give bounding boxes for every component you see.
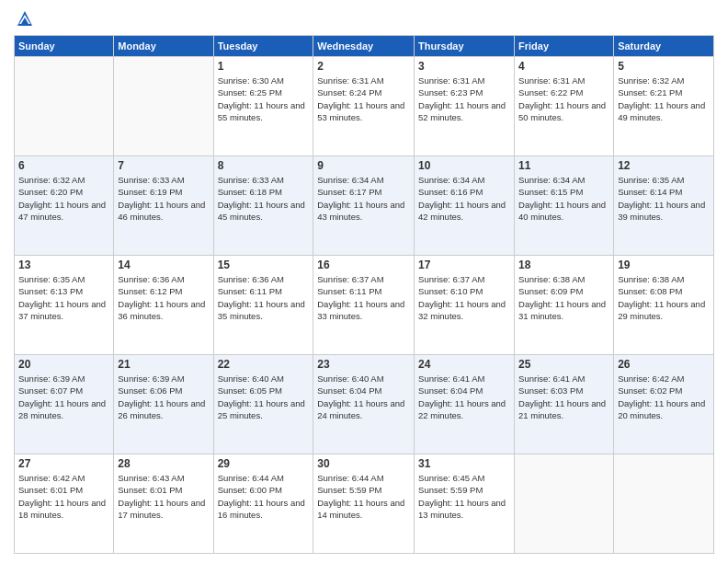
calendar-cell <box>515 454 614 554</box>
day-info: Sunrise: 6:39 AM Sunset: 6:07 PM Dayligh… <box>18 373 109 421</box>
week-row-4: 20Sunrise: 6:39 AM Sunset: 6:07 PM Dayli… <box>15 355 714 454</box>
day-number: 25 <box>518 358 609 371</box>
day-number: 30 <box>317 457 410 470</box>
calendar-cell: 1Sunrise: 6:30 AM Sunset: 6:25 PM Daylig… <box>213 57 313 156</box>
day-number: 27 <box>18 457 109 470</box>
day-info: Sunrise: 6:42 AM Sunset: 6:02 PM Dayligh… <box>618 373 710 421</box>
day-info: Sunrise: 6:45 AM Sunset: 5:59 PM Dayligh… <box>418 472 510 521</box>
calendar-cell: 31Sunrise: 6:45 AM Sunset: 5:59 PM Dayli… <box>415 454 515 554</box>
day-info: Sunrise: 6:35 AM Sunset: 6:13 PM Dayligh… <box>18 273 109 322</box>
day-number: 11 <box>518 159 609 172</box>
day-info: Sunrise: 6:43 AM Sunset: 6:01 PM Dayligh… <box>118 472 209 521</box>
calendar-cell: 2Sunrise: 6:31 AM Sunset: 6:24 PM Daylig… <box>313 57 415 156</box>
calendar-cell <box>614 454 714 554</box>
calendar-cell: 16Sunrise: 6:37 AM Sunset: 6:11 PM Dayli… <box>313 256 415 355</box>
week-row-2: 6Sunrise: 6:32 AM Sunset: 6:20 PM Daylig… <box>15 156 714 256</box>
week-row-3: 13Sunrise: 6:35 AM Sunset: 6:13 PM Dayli… <box>15 256 714 355</box>
day-number: 23 <box>317 358 410 371</box>
day-number: 17 <box>418 259 510 271</box>
day-info: Sunrise: 6:37 AM Sunset: 6:11 PM Dayligh… <box>317 273 410 322</box>
calendar-cell: 24Sunrise: 6:41 AM Sunset: 6:04 PM Dayli… <box>415 355 515 454</box>
day-number: 7 <box>118 159 209 172</box>
day-info: Sunrise: 6:31 AM Sunset: 6:23 PM Dayligh… <box>418 75 510 123</box>
calendar-cell: 6Sunrise: 6:32 AM Sunset: 6:20 PM Daylig… <box>15 156 114 256</box>
day-info: Sunrise: 6:41 AM Sunset: 6:04 PM Dayligh… <box>418 373 510 421</box>
day-number: 12 <box>618 159 710 172</box>
calendar-cell: 13Sunrise: 6:35 AM Sunset: 6:13 PM Dayli… <box>15 256 114 355</box>
day-info: Sunrise: 6:38 AM Sunset: 6:08 PM Dayligh… <box>618 273 710 322</box>
day-number: 8 <box>218 159 310 172</box>
day-info: Sunrise: 6:42 AM Sunset: 6:01 PM Dayligh… <box>18 472 109 521</box>
day-number: 16 <box>317 259 410 271</box>
calendar-cell: 19Sunrise: 6:38 AM Sunset: 6:08 PM Dayli… <box>614 256 714 355</box>
calendar-cell: 23Sunrise: 6:40 AM Sunset: 6:04 PM Dayli… <box>313 355 415 454</box>
day-info: Sunrise: 6:41 AM Sunset: 6:03 PM Dayligh… <box>518 373 609 421</box>
weekday-header-monday: Monday <box>114 36 213 57</box>
day-number: 24 <box>418 358 510 371</box>
day-number: 2 <box>317 60 410 73</box>
calendar-cell: 27Sunrise: 6:42 AM Sunset: 6:01 PM Dayli… <box>15 454 114 554</box>
logo-icon <box>16 9 34 28</box>
week-row-5: 27Sunrise: 6:42 AM Sunset: 6:01 PM Dayli… <box>15 454 714 554</box>
day-number: 14 <box>118 259 209 271</box>
calendar-table: SundayMondayTuesdayWednesdayThursdayFrid… <box>14 35 714 554</box>
calendar-cell: 21Sunrise: 6:39 AM Sunset: 6:06 PM Dayli… <box>114 355 213 454</box>
weekday-header-sunday: Sunday <box>15 36 114 57</box>
day-info: Sunrise: 6:31 AM Sunset: 6:24 PM Dayligh… <box>317 75 410 123</box>
day-number: 4 <box>518 60 609 73</box>
day-number: 22 <box>218 358 310 371</box>
calendar-cell: 8Sunrise: 6:33 AM Sunset: 6:18 PM Daylig… <box>213 156 313 256</box>
day-number: 9 <box>317 159 410 172</box>
page: SundayMondayTuesdayWednesdayThursdayFrid… <box>0 0 728 563</box>
day-info: Sunrise: 6:39 AM Sunset: 6:06 PM Dayligh… <box>118 373 209 421</box>
day-number: 6 <box>18 159 109 172</box>
calendar-cell: 7Sunrise: 6:33 AM Sunset: 6:19 PM Daylig… <box>114 156 213 256</box>
day-info: Sunrise: 6:33 AM Sunset: 6:18 PM Dayligh… <box>218 174 310 223</box>
day-number: 10 <box>418 159 510 172</box>
day-info: Sunrise: 6:44 AM Sunset: 5:59 PM Dayligh… <box>317 472 410 521</box>
weekday-header-wednesday: Wednesday <box>313 36 415 57</box>
calendar-cell: 26Sunrise: 6:42 AM Sunset: 6:02 PM Dayli… <box>614 355 714 454</box>
calendar-cell <box>15 57 114 156</box>
calendar-cell: 9Sunrise: 6:34 AM Sunset: 6:17 PM Daylig… <box>313 156 415 256</box>
calendar-cell: 10Sunrise: 6:34 AM Sunset: 6:16 PM Dayli… <box>415 156 515 256</box>
weekday-header-thursday: Thursday <box>415 36 515 57</box>
day-number: 5 <box>618 60 710 73</box>
weekday-header-friday: Friday <box>515 36 614 57</box>
calendar-cell: 28Sunrise: 6:43 AM Sunset: 6:01 PM Dayli… <box>114 454 213 554</box>
day-info: Sunrise: 6:40 AM Sunset: 6:05 PM Dayligh… <box>218 373 310 421</box>
week-row-1: 1Sunrise: 6:30 AM Sunset: 6:25 PM Daylig… <box>15 57 714 156</box>
day-number: 21 <box>118 358 209 371</box>
logo-text <box>14 9 34 28</box>
day-number: 20 <box>18 358 109 371</box>
calendar-cell: 17Sunrise: 6:37 AM Sunset: 6:10 PM Dayli… <box>415 256 515 355</box>
day-info: Sunrise: 6:35 AM Sunset: 6:14 PM Dayligh… <box>618 174 710 223</box>
day-info: Sunrise: 6:37 AM Sunset: 6:10 PM Dayligh… <box>418 273 510 322</box>
calendar-cell: 29Sunrise: 6:44 AM Sunset: 6:00 PM Dayli… <box>213 454 313 554</box>
day-number: 15 <box>218 259 310 271</box>
day-info: Sunrise: 6:36 AM Sunset: 6:12 PM Dayligh… <box>118 273 209 322</box>
day-number: 1 <box>218 60 310 73</box>
weekday-header-tuesday: Tuesday <box>213 36 313 57</box>
calendar-cell: 12Sunrise: 6:35 AM Sunset: 6:14 PM Dayli… <box>614 156 714 256</box>
calendar-cell: 15Sunrise: 6:36 AM Sunset: 6:11 PM Dayli… <box>213 256 313 355</box>
calendar-cell: 25Sunrise: 6:41 AM Sunset: 6:03 PM Dayli… <box>515 355 614 454</box>
calendar-cell: 14Sunrise: 6:36 AM Sunset: 6:12 PM Dayli… <box>114 256 213 355</box>
calendar-cell: 11Sunrise: 6:34 AM Sunset: 6:15 PM Dayli… <box>515 156 614 256</box>
calendar-cell: 3Sunrise: 6:31 AM Sunset: 6:23 PM Daylig… <box>415 57 515 156</box>
day-info: Sunrise: 6:34 AM Sunset: 6:17 PM Dayligh… <box>317 174 410 223</box>
calendar-cell: 18Sunrise: 6:38 AM Sunset: 6:09 PM Dayli… <box>515 256 614 355</box>
day-number: 29 <box>218 457 310 470</box>
day-info: Sunrise: 6:32 AM Sunset: 6:21 PM Dayligh… <box>618 75 710 123</box>
day-info: Sunrise: 6:44 AM Sunset: 6:00 PM Dayligh… <box>218 472 310 521</box>
day-info: Sunrise: 6:31 AM Sunset: 6:22 PM Dayligh… <box>518 75 609 123</box>
day-info: Sunrise: 6:32 AM Sunset: 6:20 PM Dayligh… <box>18 174 109 223</box>
logo <box>14 9 34 28</box>
header <box>14 9 714 28</box>
calendar-cell: 4Sunrise: 6:31 AM Sunset: 6:22 PM Daylig… <box>515 57 614 156</box>
day-info: Sunrise: 6:34 AM Sunset: 6:16 PM Dayligh… <box>418 174 510 223</box>
day-info: Sunrise: 6:33 AM Sunset: 6:19 PM Dayligh… <box>118 174 209 223</box>
day-number: 31 <box>418 457 510 470</box>
day-info: Sunrise: 6:30 AM Sunset: 6:25 PM Dayligh… <box>218 75 310 123</box>
day-info: Sunrise: 6:38 AM Sunset: 6:09 PM Dayligh… <box>518 273 609 322</box>
